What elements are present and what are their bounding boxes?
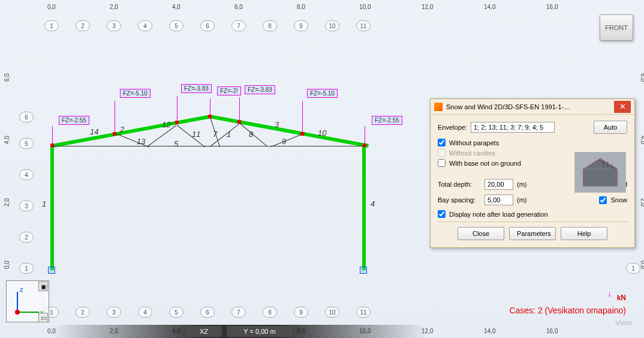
member-diagonal[interactable] (177, 125, 206, 148)
ruler-right-tick: 4,0 (640, 136, 644, 144)
load-arrow (365, 126, 365, 144)
ruler-left-tick: 6,0 (4, 73, 10, 82)
unit-m: (m) (517, 181, 527, 188)
parameters-button[interactable]: Parameters (509, 227, 556, 240)
building-preview-thumbnail (574, 152, 626, 193)
node[interactable] (300, 132, 304, 136)
load-arrow (302, 101, 303, 132)
support-pinned-left[interactable] (48, 267, 55, 274)
grid-bubble-bottom: 6 (200, 307, 215, 318)
grid-bubble-left: 3 (19, 201, 34, 211)
ruler-left-tick: 4,0 (4, 136, 10, 144)
snow-wind-dialog[interactable]: Snow and Wind 2D/3D-SFS-EN 1991-1-… ✕ En… (430, 98, 635, 248)
close-button[interactable]: Close (458, 227, 504, 240)
support-pinned-right[interactable] (360, 267, 367, 274)
svg-marker-1 (583, 158, 618, 169)
grid-bubble-top: 9 (294, 20, 308, 31)
grid-bubble-right: 1 (626, 263, 640, 274)
display-note-checkbox[interactable] (438, 210, 446, 218)
grid-bubble-left: 5 (19, 138, 34, 149)
member-label: 7 (213, 130, 217, 139)
member-label: 1 (227, 130, 231, 139)
grid-bubble-top: 11 (356, 20, 371, 31)
grid-bubble-top: 6 (200, 20, 215, 31)
grid-bubble-top: 3 (107, 20, 121, 31)
member-column-right[interactable] (362, 144, 366, 270)
without-parapets-label: Without parapets (449, 139, 499, 146)
ruler-bottom-tick: 14,0 (484, 328, 495, 334)
grid-bubble-bottom: 8 (263, 307, 277, 318)
view-cube-front[interactable]: FRONT (600, 14, 633, 41)
snow-checkbox[interactable] (599, 196, 607, 204)
bay-spacing-input[interactable] (484, 195, 513, 205)
view-watermark: View (615, 318, 632, 327)
structural-viewport[interactable]: 0,0 2,0 4,0 6,0 8,0 10,0 12,0 14,0 16,0 … (0, 0, 644, 338)
grid-bubble-top: 5 (169, 20, 183, 31)
close-icon[interactable]: ✕ (614, 101, 631, 113)
grid-bubble-left: 2 (19, 232, 34, 243)
grid-bubble-top: 2 (76, 20, 90, 31)
member-rafter-right[interactable] (209, 115, 369, 148)
member-label: 9 (282, 137, 286, 146)
load-label: FZ=-2.55 (59, 116, 89, 125)
grid-bubble-top: 8 (263, 20, 277, 31)
load-arrow (210, 98, 210, 115)
status-coord[interactable]: Y = 0,00 m (227, 326, 293, 337)
ruler-right-tick: 2,0 (640, 198, 644, 207)
help-button[interactable]: Help (561, 227, 607, 240)
dialog-titlebar[interactable]: Snow and Wind 2D/3D-SFS-EN 1991-1-… ✕ (431, 99, 634, 115)
member-label: 2 (120, 125, 124, 134)
envelope-input[interactable] (471, 122, 555, 133)
ruler-top-tick: 4,0 (172, 4, 180, 10)
grid-bubble-bottom: 2 (76, 307, 90, 318)
member-label: 4 (371, 199, 375, 208)
status-plane[interactable]: XZ (186, 326, 222, 337)
snow-label: Snow (610, 196, 627, 204)
ruler-top-tick: 8,0 (297, 4, 305, 10)
with-base-checkbox[interactable] (438, 159, 446, 167)
svg-point-14 (15, 310, 20, 315)
ruler-bottom-tick: 16,0 (546, 328, 558, 334)
member-label: 13 (137, 137, 145, 146)
svg-rect-0 (583, 169, 618, 187)
dialog-title-text: Snow and Wind 2D/3D-SFS-EN 1991-1-… (446, 103, 614, 110)
force-arrow-icon: ↓ (607, 289, 612, 298)
without-cavities-label: Without cavities (449, 149, 495, 157)
ruler-top-tick: 12,0 (422, 4, 433, 10)
ruler-top-tick: 6,0 (234, 4, 243, 10)
app-icon (434, 103, 443, 111)
member-label: 1 (42, 199, 46, 208)
node[interactable] (113, 132, 116, 136)
auto-button[interactable]: Auto (594, 121, 627, 134)
member-label: 8 (249, 130, 253, 139)
load-label: FZ=-5.10 (120, 89, 151, 98)
grid-bubble-left: 6 (19, 112, 34, 122)
ruler-top-tick: 10,0 (359, 4, 371, 10)
member-label: 12 (162, 120, 170, 129)
grid-bubble-left: 1 (19, 263, 34, 274)
load-case-label: Cases: 2 (Vesikaton omapaino) (509, 306, 626, 315)
grid-bubble-top: 1 (44, 20, 59, 31)
load-arrow (177, 96, 177, 121)
grid-bubble-bottom: 5 (169, 307, 183, 318)
member-column-left[interactable] (50, 144, 54, 270)
without-parapets-checkbox[interactable] (438, 139, 446, 146)
ruler-left-tick: 2,0 (4, 198, 10, 207)
ruler-left-tick: 0,0 (4, 261, 10, 269)
force-unit-label: kN (617, 294, 626, 302)
member-label: 5 (174, 139, 178, 148)
member-label: 14 (90, 127, 98, 136)
without-cavities-checkbox (438, 149, 446, 157)
grid-bubble-bottom: 10 (325, 307, 339, 318)
load-label: FZ=-2! (217, 86, 241, 95)
triad-control-up[interactable]: ▣ (38, 282, 48, 291)
total-depth-input[interactable] (484, 179, 513, 190)
grid-bubble-bottom: 7 (231, 307, 246, 318)
load-label: FZ=-3.83 (181, 84, 212, 93)
display-note-label: Display note after load generation (449, 211, 548, 218)
grid-bubble-bottom: 4 (138, 307, 152, 318)
unit-m: (m) (517, 196, 527, 204)
load-label: FZ=-2.55 (372, 116, 402, 125)
triad-control-down[interactable]: ▭ (38, 313, 48, 322)
svg-text:z: z (20, 286, 23, 293)
